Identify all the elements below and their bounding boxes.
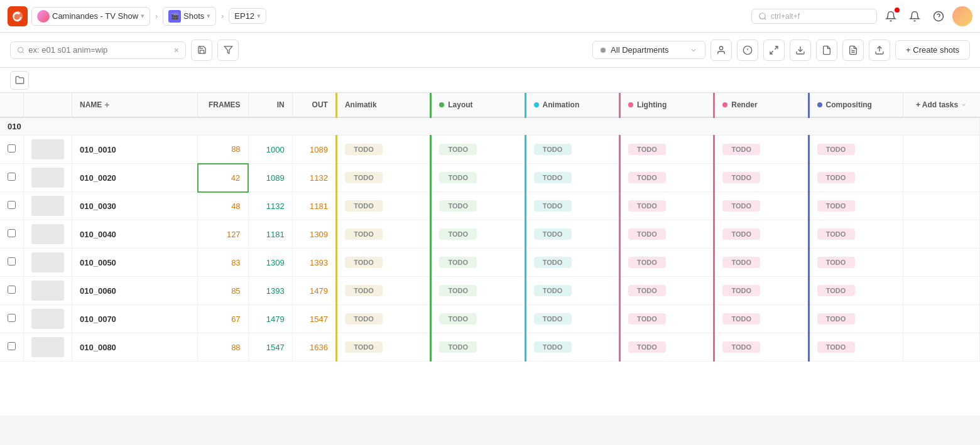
expand-btn[interactable] (763, 40, 785, 61)
row-in[interactable]: 1547 (248, 333, 292, 362)
row-lighting[interactable]: TODO (619, 220, 714, 249)
row-animatik[interactable]: TODO (336, 333, 430, 362)
row-out[interactable]: 1309 (292, 220, 336, 249)
row-in[interactable]: 1181 (248, 220, 292, 249)
row-in[interactable]: 1000 (248, 136, 292, 164)
row-name[interactable]: 010_0030 (72, 192, 198, 220)
row-compositing[interactable]: TODO (808, 333, 903, 362)
row-name[interactable]: 010_0010 (72, 136, 198, 164)
row-animatik[interactable]: TODO (336, 136, 430, 164)
row-animatik[interactable]: TODO (336, 164, 430, 192)
row-compositing[interactable]: TODO (808, 164, 903, 192)
row-name[interactable]: 010_0040 (72, 220, 198, 249)
row-checkbox[interactable] (8, 201, 16, 209)
app-logo[interactable] (8, 6, 28, 26)
row-animatik[interactable]: TODO (336, 249, 430, 277)
row-animation[interactable]: TODO (525, 333, 619, 362)
row-layout[interactable]: TODO (431, 333, 525, 362)
row-animation[interactable]: TODO (525, 305, 619, 333)
row-layout[interactable]: TODO (431, 249, 525, 277)
row-checkbox[interactable] (8, 173, 16, 181)
user-avatar[interactable] (952, 6, 972, 26)
row-layout[interactable]: TODO (431, 277, 525, 305)
row-animation[interactable]: TODO (525, 136, 619, 164)
row-animatik[interactable]: TODO (336, 220, 430, 249)
row-in[interactable]: 1393 (248, 277, 292, 305)
row-frames[interactable]: 83 (198, 249, 248, 277)
breadcrumb-episode[interactable]: EP12 ▾ (229, 8, 266, 24)
filter-input[interactable] (28, 45, 170, 55)
row-animatik[interactable]: TODO (336, 277, 430, 305)
row-out[interactable]: 1181 (292, 192, 336, 220)
row-compositing[interactable]: TODO (808, 136, 903, 164)
row-lighting[interactable]: TODO (619, 192, 714, 220)
row-layout[interactable]: TODO (431, 220, 525, 249)
row-render[interactable]: TODO (714, 220, 808, 249)
row-frames[interactable]: 88 (198, 333, 248, 362)
row-render[interactable]: TODO (714, 333, 808, 362)
row-compositing[interactable]: TODO (808, 277, 903, 305)
row-in[interactable]: 1132 (248, 192, 292, 220)
row-animation[interactable]: TODO (525, 277, 619, 305)
row-checkbox[interactable] (8, 257, 16, 265)
row-layout[interactable]: TODO (431, 164, 525, 192)
row-layout[interactable]: TODO (431, 305, 525, 333)
row-in[interactable]: 1089 (248, 164, 292, 192)
file-btn[interactable] (816, 40, 837, 61)
row-compositing[interactable]: TODO (808, 220, 903, 249)
row-lighting[interactable]: TODO (619, 136, 714, 164)
download-btn[interactable] (790, 40, 811, 61)
row-name[interactable]: 010_0020 (72, 164, 198, 192)
row-render[interactable]: TODO (714, 305, 808, 333)
row-animation[interactable]: TODO (525, 192, 619, 220)
row-in[interactable]: 1309 (248, 249, 292, 277)
row-compositing[interactable]: TODO (808, 192, 903, 220)
help-btn[interactable] (928, 6, 949, 26)
row-lighting[interactable]: TODO (619, 333, 714, 362)
row-checkbox[interactable] (8, 314, 16, 322)
notifications-btn[interactable] (881, 6, 901, 26)
assign-btn[interactable] (710, 40, 732, 61)
row-compositing[interactable]: TODO (808, 305, 903, 333)
row-animatik[interactable]: TODO (336, 192, 430, 220)
row-animation[interactable]: TODO (525, 220, 619, 249)
row-render[interactable]: TODO (714, 277, 808, 305)
create-shots-button[interactable]: + Create shots (895, 40, 970, 60)
row-out[interactable]: 1636 (292, 333, 336, 362)
row-name[interactable]: 010_0060 (72, 277, 198, 305)
breadcrumb-project[interactable]: Caminandes - TV Show ▾ (31, 7, 150, 26)
row-checkbox[interactable] (8, 286, 16, 294)
row-animatik[interactable]: TODO (336, 305, 430, 333)
row-lighting[interactable]: TODO (619, 277, 714, 305)
row-checkbox[interactable] (8, 229, 16, 237)
clear-filter-btn[interactable]: × (174, 45, 179, 55)
row-name[interactable]: 010_0080 (72, 333, 198, 362)
row-out[interactable]: 1547 (292, 305, 336, 333)
row-render[interactable]: TODO (714, 249, 808, 277)
row-out[interactable]: 1089 (292, 136, 336, 164)
row-animation[interactable]: TODO (525, 164, 619, 192)
add-tasks-btn[interactable]: + Add tasks (911, 98, 972, 112)
row-layout[interactable]: TODO (431, 192, 525, 220)
row-animation[interactable]: TODO (525, 249, 619, 277)
row-checkbox[interactable] (8, 144, 16, 153)
settings-btn[interactable] (842, 40, 864, 61)
breadcrumb-shots[interactable]: 🎬 Shots ▾ (163, 7, 216, 26)
row-render[interactable]: TODO (714, 192, 808, 220)
row-lighting[interactable]: TODO (619, 164, 714, 192)
row-render[interactable]: TODO (714, 136, 808, 164)
row-name[interactable]: 010_0070 (72, 305, 198, 333)
row-frames[interactable]: 48 (198, 192, 248, 220)
add-col-btn[interactable]: + (104, 100, 109, 110)
row-out[interactable]: 1132 (292, 164, 336, 192)
filter-btn[interactable] (217, 40, 239, 61)
row-frames[interactable]: 67 (198, 305, 248, 333)
row-out[interactable]: 1479 (292, 277, 336, 305)
bell-btn[interactable] (905, 6, 925, 26)
row-render[interactable]: TODO (714, 164, 808, 192)
save-filter-btn[interactable] (191, 40, 212, 61)
info-btn[interactable] (737, 40, 758, 61)
row-name[interactable]: 010_0050 (72, 249, 198, 277)
nav-search[interactable]: ctrl+alt+f (751, 9, 877, 24)
folder-btn[interactable] (10, 71, 29, 90)
